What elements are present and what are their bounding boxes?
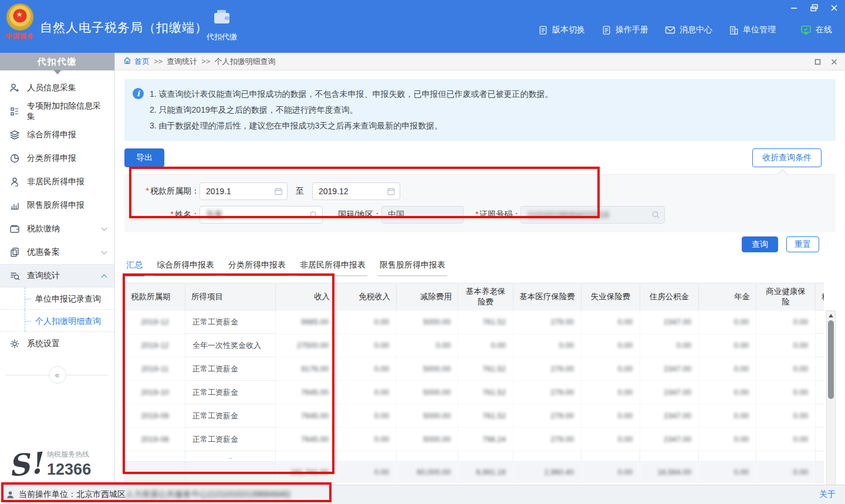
sidebar-item-query-statistics[interactable]: 查询统计 (0, 264, 114, 287)
menu-item-unit-management[interactable]: 单位管理 (729, 25, 776, 35)
minimize-button[interactable] (789, 2, 799, 13)
window-controls (789, 2, 839, 13)
clipped-cell (816, 428, 824, 451)
value-cell: 0.00 (336, 404, 397, 428)
calendar-icon[interactable] (274, 187, 283, 196)
search-icon[interactable] (309, 211, 318, 219)
id-input[interactable]: 110102199304222319 (520, 206, 665, 224)
tab-classified-income[interactable]: 分类所得申报表 (227, 260, 288, 276)
value-cell: 2347.00 (640, 381, 699, 404)
query-statistics-submenu: 单位申报记录查询 个人扣缴明细查询 (0, 287, 114, 332)
page-close-icon[interactable] (830, 57, 838, 66)
value-cell: 279.00 (513, 381, 582, 404)
sidebar-item-special-deduction[interactable]: 专项附加扣除信息采集 (0, 100, 114, 123)
info-icon: i (133, 88, 144, 99)
period-cell: 2019-11 (125, 357, 185, 381)
breadcrumb-home-link[interactable]: 首页 (123, 56, 150, 67)
query-button[interactable]: 查询 (742, 236, 778, 252)
tab-comprehensive-income[interactable]: 综合所得申报表 (155, 260, 216, 276)
export-button[interactable]: 导出 (124, 148, 164, 167)
person-icon (6, 491, 15, 499)
emblem-star-icon: ★ (8, 11, 31, 18)
value-cell: 2347.00 (640, 310, 699, 334)
gear-icon (9, 339, 20, 349)
vertical-scrollbar[interactable] (826, 310, 836, 493)
sidebar-collapse-button[interactable]: « (49, 366, 66, 384)
tab-nonresident-income[interactable]: 非居民所得申报表 (298, 260, 367, 276)
value-cell: 0.00 (699, 310, 756, 334)
menu-item-label: 版本切换 (552, 25, 585, 35)
result-tabs: 汇总 综合所得申报表 分类所得申报表 非居民所得申报表 限售股所得申报表 (124, 260, 836, 276)
value-cell: 0.00 (513, 334, 582, 357)
wallet-icon (9, 224, 20, 234)
period-cell: 2019-10 (125, 381, 185, 404)
menu-item-online-status[interactable]: 在线 (800, 25, 832, 35)
value-cell: 5000.00 (397, 357, 458, 381)
search-icon[interactable] (651, 211, 660, 219)
menu-item-message-center[interactable]: 消息中心 (665, 25, 712, 35)
to-label: 至 (296, 186, 304, 197)
sidebar-item-tax-payment[interactable]: 税款缴纳 (0, 217, 114, 241)
chevron-down-icon (102, 249, 107, 255)
app-title: 自然人电子税务局（扣缴端） (40, 19, 208, 36)
value-cell: 761.52 (458, 310, 513, 334)
sidebar-item-label: 优惠备案 (27, 247, 102, 258)
calendar-icon[interactable] (387, 187, 396, 196)
header-tab-withholding[interactable]: 代扣代缴 (200, 8, 244, 42)
current-unit-blurred: 人力资源公共服务中心(12110102139684846) (126, 489, 290, 500)
sidebar-item-system-settings[interactable]: 系统设置 (0, 332, 114, 356)
summary-value-cell: 2,960.40 (513, 462, 582, 483)
sidebar-collapse-row: « (0, 366, 114, 384)
sidebar-item-comprehensive-income[interactable]: 综合所得申报 (0, 123, 114, 147)
sidebar-item-classified-income[interactable]: 分类所得申报 (0, 147, 114, 170)
result-table-area: 税款所属期 所得项目 收入 免税收入 减除费用 基本养老保险费 基本医疗保险费 … (124, 283, 836, 493)
sidebar-item-restricted-shares[interactable]: 限售股所得申报 (0, 194, 114, 217)
sidebar-subitem-unit-declaration-query[interactable]: 单位申报记录查询 (0, 287, 114, 310)
panel-caret-icon (777, 169, 787, 180)
breadcrumb-separator: >> (154, 57, 163, 66)
period-label: *税款所属期： (138, 186, 200, 197)
current-unit-visible: 北京市西城区 (76, 489, 126, 500)
sidebar-item-personnel-info[interactable]: 人员信息采集 (0, 76, 114, 100)
reset-button[interactable]: 重置 (786, 236, 819, 252)
tab-summary[interactable]: 汇总 (124, 260, 144, 276)
name-field[interactable]: 马某 (200, 206, 323, 224)
sidebar-subitem-personal-withholding-query[interactable]: 个人扣缴明细查询 (0, 310, 114, 332)
sidebar-item-label: 税款缴纳 (27, 224, 102, 234)
sidebar-item-label: 限售股所得申报 (27, 200, 106, 211)
mail-icon (665, 25, 675, 35)
top-header: ★ 中国税务 自然人电子税务局（扣缴端） 代扣代缴 版本切换 操作手册 消息中心 (0, 0, 845, 53)
breadcrumb-level1[interactable]: 查询统计 (167, 56, 197, 67)
close-button[interactable] (829, 2, 839, 13)
menu-item-manual[interactable]: 操作手册 (601, 25, 648, 35)
page-maximize-icon[interactable] (813, 57, 822, 66)
value-cell: 9176.00 (276, 357, 336, 381)
result-table-clip: 税款所属期 所得项目 收入 免税收入 减除费用 基本养老保险费 基本医疗保险费 … (124, 283, 824, 483)
blurred-id-value: 110102199304222319 (527, 210, 609, 219)
sidebar-item-nonresident-income[interactable]: 非居民所得申报 (0, 170, 114, 194)
tab-restricted-shares[interactable]: 限售股所得申报表 (378, 260, 447, 276)
period-from-field[interactable]: 2019.1 (200, 182, 288, 200)
value-cell: 7645.00 (276, 428, 336, 451)
nationality-field[interactable]: 中国 (381, 206, 464, 224)
scroll-up-arrow-icon[interactable] (829, 314, 833, 317)
sidebar-item-label: 非居民所得申报 (27, 177, 106, 187)
building-icon (729, 25, 739, 35)
nationality-input[interactable]: 中国 (381, 206, 464, 224)
value-cell: 0.00 (582, 428, 640, 451)
sidebar-item-label: 系统设置 (27, 339, 106, 349)
menu-item-version-switch[interactable]: 版本切换 (538, 25, 585, 35)
menu-item-label: 操作手册 (616, 25, 648, 35)
period-to-field[interactable]: 2019.12 (312, 182, 400, 200)
breadcrumb-home-label: 首页 (134, 56, 150, 67)
collapse-query-button[interactable]: 收折查询条件 (752, 148, 822, 167)
id-field[interactable]: 110102199304222319 (520, 206, 665, 224)
restore-button[interactable] (809, 2, 819, 13)
about-link[interactable]: 关于 (819, 489, 836, 500)
name-input[interactable]: 马某 (200, 206, 323, 224)
sidebar-item-preferential-filing[interactable]: 优惠备案 (0, 241, 114, 264)
value-cell: 279.00 (513, 310, 582, 334)
vertical-scroll-thumb[interactable] (828, 320, 834, 399)
breadcrumb: 首页 >> 查询统计 >> 个人扣缴明细查询 (115, 53, 845, 70)
hotline-number: 12366 (47, 462, 91, 478)
